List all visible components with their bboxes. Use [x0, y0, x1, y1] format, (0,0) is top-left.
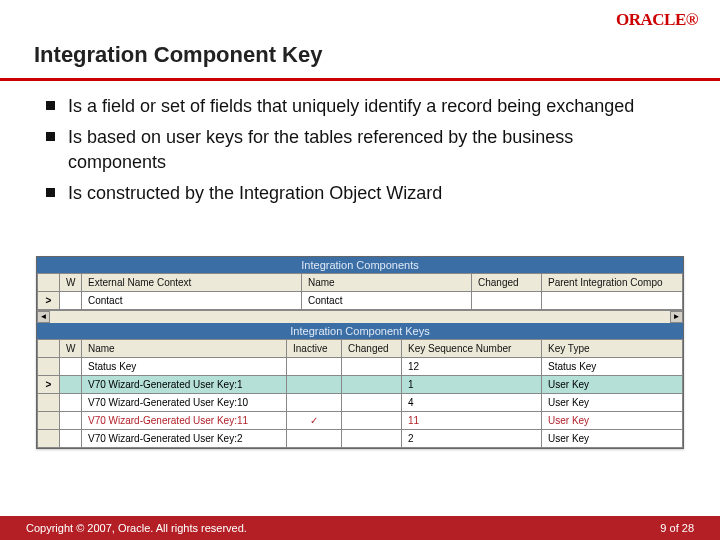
col-name: Name: [302, 274, 472, 292]
slide-title: Integration Component Key: [34, 42, 322, 68]
scroll-right-icon[interactable]: ►: [670, 311, 683, 323]
cell-key-seq: 2: [402, 430, 542, 448]
cell-key-type: User Key: [542, 394, 683, 412]
cell-key-type: User Key: [542, 430, 683, 448]
scroll-left-icon[interactable]: ◄: [37, 311, 50, 323]
cell-name: V70 Wizard-Generated User Key:11: [82, 412, 287, 430]
slide-footer: Copyright © 2007, Oracle. All rights res…: [0, 516, 720, 540]
bullet-item: Is based on user keys for the tables ref…: [46, 125, 666, 174]
cell-external-name: Contact: [82, 292, 302, 310]
table-row[interactable]: Status Key12Status Key: [38, 358, 683, 376]
col-parent: Parent Integration Compo: [542, 274, 683, 292]
row-selector: >: [38, 376, 60, 394]
cell-parent: [542, 292, 683, 310]
cell-changed: [342, 430, 402, 448]
integration-component-keys-table: W Name Inactive Changed Key Sequence Num…: [37, 339, 683, 448]
col-changed: Changed: [472, 274, 542, 292]
col-w: W: [60, 274, 82, 292]
bullet-item: Is constructed by the Integration Object…: [46, 181, 666, 205]
cell-key-type: User Key: [542, 412, 683, 430]
cell-changed: [342, 412, 402, 430]
cell-inactive: [287, 358, 342, 376]
row-selector: [38, 394, 60, 412]
row-selector: [38, 430, 60, 448]
col-external-name: External Name Context: [82, 274, 302, 292]
row-selector: [38, 358, 60, 376]
oracle-logo: ORACLE®: [616, 10, 698, 30]
table-row[interactable]: V70 Wizard-Generated User Key:22User Key: [38, 430, 683, 448]
cell-key-type: Status Key: [542, 358, 683, 376]
row-selector: [38, 412, 60, 430]
cell-name: Contact: [302, 292, 472, 310]
col-key-seq: Key Sequence Number: [402, 340, 542, 358]
cell-w: [60, 394, 82, 412]
col-w: W: [60, 340, 82, 358]
cell-name: V70 Wizard-Generated User Key:1: [82, 376, 287, 394]
page-number: 9 of 28: [660, 522, 694, 534]
cell-changed: [342, 358, 402, 376]
bullet-item: Is a field or set of fields that uniquel…: [46, 94, 666, 118]
panel-title-1: Integration Components: [37, 257, 683, 273]
cell-w: [60, 376, 82, 394]
cell-inactive: ✓: [287, 412, 342, 430]
cell-w: [60, 412, 82, 430]
cell-changed: [472, 292, 542, 310]
horizontal-scrollbar[interactable]: ◄ ►: [37, 310, 683, 323]
cell-w: [60, 292, 82, 310]
cell-name: Status Key: [82, 358, 287, 376]
cell-changed: [342, 394, 402, 412]
table-row[interactable]: V70 Wizard-Generated User Key:11✓11User …: [38, 412, 683, 430]
col-key-type: Key Type: [542, 340, 683, 358]
copyright-text: Copyright © 2007, Oracle. All rights res…: [26, 522, 247, 534]
cell-key-type: User Key: [542, 376, 683, 394]
cell-key-seq: 4: [402, 394, 542, 412]
col-changed: Changed: [342, 340, 402, 358]
cell-key-seq: 1: [402, 376, 542, 394]
cell-inactive: [287, 430, 342, 448]
table-row[interactable]: V70 Wizard-Generated User Key:104User Ke…: [38, 394, 683, 412]
col-inactive: Inactive: [287, 340, 342, 358]
bullet-list: Is a field or set of fields that uniquel…: [46, 94, 666, 212]
col-selector: [38, 274, 60, 292]
cell-name: V70 Wizard-Generated User Key:2: [82, 430, 287, 448]
title-divider: [0, 78, 720, 81]
row-selector[interactable]: >: [38, 292, 60, 310]
screenshot-panel: Integration Components W External Name C…: [36, 256, 684, 449]
cell-changed: [342, 376, 402, 394]
panel-title-2: Integration Component Keys: [37, 323, 683, 339]
table-row[interactable]: >V70 Wizard-Generated User Key:11User Ke…: [38, 376, 683, 394]
cell-name: V70 Wizard-Generated User Key:10: [82, 394, 287, 412]
cell-inactive: [287, 376, 342, 394]
table-row[interactable]: > Contact Contact: [38, 292, 683, 310]
cell-inactive: [287, 394, 342, 412]
cell-w: [60, 358, 82, 376]
col-name: Name: [82, 340, 287, 358]
col-selector: [38, 340, 60, 358]
cell-w: [60, 430, 82, 448]
cell-key-seq: 12: [402, 358, 542, 376]
cell-key-seq: 11: [402, 412, 542, 430]
integration-components-table: W External Name Context Name Changed Par…: [37, 273, 683, 310]
